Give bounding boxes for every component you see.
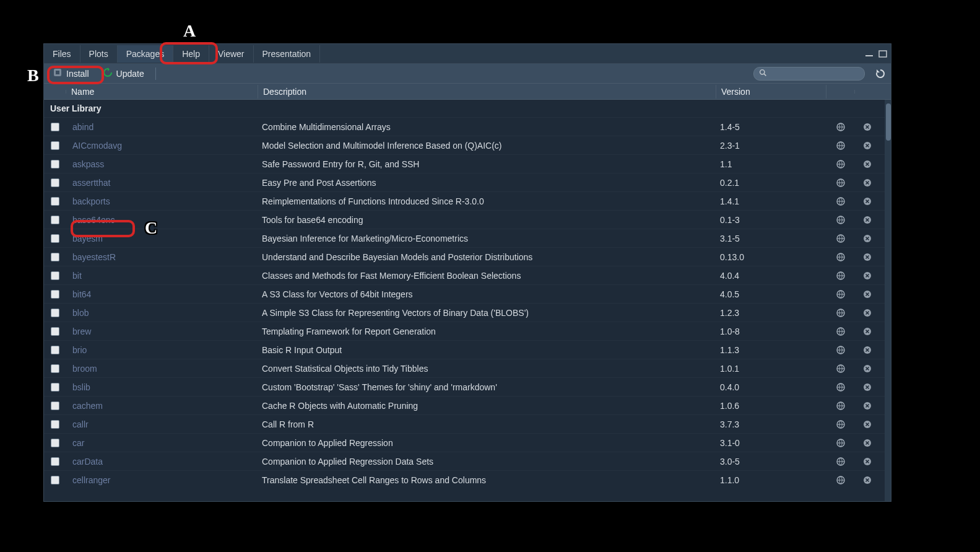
header-version[interactable]: Version bbox=[716, 85, 826, 99]
tab-packages[interactable]: Packages bbox=[118, 45, 173, 63]
remove-icon[interactable] bbox=[862, 178, 872, 188]
search-input[interactable] bbox=[767, 69, 859, 78]
remove-icon[interactable] bbox=[862, 457, 872, 467]
load-checkbox[interactable] bbox=[51, 309, 59, 317]
globe-icon[interactable] bbox=[836, 289, 846, 299]
load-checkbox[interactable] bbox=[51, 178, 59, 187]
globe-icon[interactable] bbox=[836, 419, 846, 429]
globe-icon[interactable] bbox=[836, 122, 846, 132]
remove-icon[interactable] bbox=[862, 382, 872, 392]
package-link[interactable]: base64enc bbox=[71, 214, 116, 226]
load-checkbox[interactable] bbox=[51, 401, 59, 410]
tab-plots[interactable]: Plots bbox=[80, 45, 118, 63]
tab-presentation[interactable]: Presentation bbox=[254, 45, 321, 63]
load-checkbox[interactable] bbox=[51, 364, 59, 373]
package-link[interactable]: bslib bbox=[71, 382, 92, 393]
header-name[interactable]: Name bbox=[66, 85, 258, 99]
scrollbar-thumb[interactable] bbox=[886, 103, 891, 141]
globe-icon[interactable] bbox=[836, 234, 846, 243]
package-link[interactable]: bit bbox=[71, 270, 83, 281]
package-link[interactable]: cellranger bbox=[71, 475, 111, 486]
remove-icon[interactable] bbox=[862, 326, 872, 336]
load-checkbox[interactable] bbox=[51, 253, 59, 261]
globe-icon[interactable] bbox=[836, 475, 846, 485]
remove-icon[interactable] bbox=[862, 196, 872, 206]
package-link[interactable]: cachem bbox=[71, 400, 104, 411]
remove-icon[interactable] bbox=[862, 364, 872, 374]
minimize-icon[interactable] bbox=[864, 50, 875, 58]
globe-icon[interactable] bbox=[836, 215, 846, 225]
globe-icon[interactable] bbox=[836, 178, 846, 188]
load-checkbox[interactable] bbox=[51, 457, 59, 466]
load-checkbox[interactable] bbox=[51, 439, 59, 447]
load-checkbox[interactable] bbox=[51, 383, 59, 392]
globe-icon[interactable] bbox=[836, 382, 846, 392]
globe-icon[interactable] bbox=[836, 196, 846, 206]
refresh-button[interactable] bbox=[874, 67, 887, 81]
remove-icon[interactable] bbox=[862, 141, 872, 151]
load-checkbox[interactable] bbox=[51, 290, 59, 299]
globe-icon[interactable] bbox=[836, 326, 846, 336]
package-link[interactable]: brew bbox=[71, 326, 92, 337]
globe-icon[interactable] bbox=[836, 271, 846, 281]
globe-icon[interactable] bbox=[836, 252, 846, 262]
load-checkbox[interactable] bbox=[51, 216, 59, 224]
package-link[interactable]: bit64 bbox=[71, 289, 92, 300]
header-description[interactable]: Description bbox=[258, 85, 716, 99]
remove-icon[interactable] bbox=[862, 401, 872, 411]
package-link[interactable]: car bbox=[71, 437, 85, 449]
globe-icon[interactable] bbox=[836, 345, 846, 355]
remove-icon[interactable] bbox=[862, 122, 872, 132]
remove-icon[interactable] bbox=[862, 159, 872, 169]
load-checkbox[interactable] bbox=[51, 346, 59, 354]
package-link[interactable]: backports bbox=[71, 196, 111, 207]
globe-icon[interactable] bbox=[836, 159, 846, 169]
remove-icon[interactable] bbox=[862, 215, 872, 225]
package-row: cachemCache R Objects with Automatic Pru… bbox=[44, 396, 891, 414]
globe-icon[interactable] bbox=[836, 438, 846, 448]
package-link[interactable]: broom bbox=[71, 363, 98, 374]
package-link[interactable]: callr bbox=[71, 419, 90, 430]
load-checkbox[interactable] bbox=[51, 197, 59, 206]
globe-icon[interactable] bbox=[836, 308, 846, 318]
search-box[interactable] bbox=[753, 67, 865, 81]
load-checkbox[interactable] bbox=[51, 234, 59, 243]
package-link[interactable]: abind bbox=[71, 121, 95, 133]
load-checkbox[interactable] bbox=[51, 420, 59, 429]
package-link[interactable]: assertthat bbox=[71, 177, 111, 188]
package-link[interactable]: bayesm bbox=[71, 233, 104, 244]
remove-icon[interactable] bbox=[862, 419, 872, 429]
package-link[interactable]: brio bbox=[71, 344, 88, 356]
globe-icon[interactable] bbox=[836, 141, 846, 151]
remove-icon[interactable] bbox=[862, 234, 872, 243]
remove-icon[interactable] bbox=[862, 475, 872, 485]
remove-icon[interactable] bbox=[862, 252, 872, 262]
remove-icon[interactable] bbox=[862, 271, 872, 281]
package-link[interactable]: askpass bbox=[71, 159, 105, 170]
update-button[interactable]: Update bbox=[98, 66, 149, 81]
scrollbar-track[interactable] bbox=[885, 100, 891, 501]
remove-icon[interactable] bbox=[862, 345, 872, 355]
remove-icon[interactable] bbox=[862, 308, 872, 318]
load-checkbox[interactable] bbox=[51, 123, 59, 131]
tab-viewer[interactable]: Viewer bbox=[209, 45, 254, 63]
package-link[interactable]: AICcmodavg bbox=[71, 140, 123, 151]
maximize-icon[interactable] bbox=[877, 50, 888, 58]
load-checkbox[interactable] bbox=[51, 476, 59, 484]
load-checkbox[interactable] bbox=[51, 141, 59, 150]
package-link[interactable]: carData bbox=[71, 456, 104, 467]
load-checkbox[interactable] bbox=[51, 271, 59, 280]
install-button[interactable]: Install bbox=[48, 66, 94, 81]
remove-icon[interactable] bbox=[862, 289, 872, 299]
tab-files[interactable]: Files bbox=[44, 45, 80, 63]
remove-icon[interactable] bbox=[862, 438, 872, 448]
globe-icon[interactable] bbox=[836, 364, 846, 374]
version-cell: 1.1 bbox=[716, 159, 826, 169]
load-checkbox[interactable] bbox=[51, 327, 59, 336]
globe-icon[interactable] bbox=[836, 457, 846, 467]
package-link[interactable]: bayestestR bbox=[71, 252, 117, 263]
tab-help[interactable]: Help bbox=[173, 45, 209, 63]
globe-icon[interactable] bbox=[836, 401, 846, 411]
package-link[interactable]: blob bbox=[71, 307, 90, 318]
load-checkbox[interactable] bbox=[51, 160, 59, 169]
